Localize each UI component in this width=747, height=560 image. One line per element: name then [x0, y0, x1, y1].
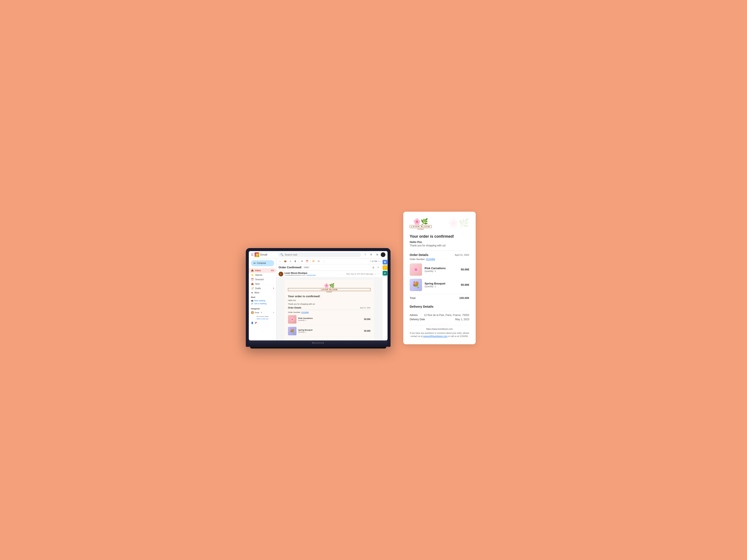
email-pagination: 7 of 785 ‹ › [370, 260, 380, 262]
join-icon: 🔗 [251, 302, 253, 305]
order-number-link[interactable]: #123456 [301, 311, 309, 313]
google-meet-icon[interactable]: M [383, 271, 387, 275]
help-icon[interactable]: ? [363, 252, 367, 257]
join-meeting-item[interactable]: 🔗 Join a meeting [251, 302, 274, 305]
card-logo-brand-box: LOVER BLOOM [410, 225, 432, 228]
hangouts-pin-icon[interactable]: 📌 [254, 322, 257, 324]
sender-avatar: L [279, 272, 283, 276]
mark-unread-icon[interactable]: ✉ [300, 259, 304, 263]
card-item-price-1: 50.00€ [461, 268, 469, 271]
more-options-icon[interactable]: ⋮ [322, 259, 326, 263]
back-arrow-icon[interactable]: ← [278, 259, 282, 263]
search-input[interactable] [285, 254, 359, 256]
email-brand-sub: boutique [288, 291, 370, 293]
compose-plus-icon: ✏ [254, 262, 256, 265]
card-item-2: 💐 Spring Bouquet Quantity: 1 50.00€ [410, 279, 469, 291]
laptop-foot [250, 347, 386, 348]
card-brand-sub: boutique [417, 228, 424, 230]
print-icon[interactable]: 🖨 [371, 266, 375, 269]
sidebar-item-inbox[interactable]: 📥 Inbox 311 [249, 268, 276, 273]
gmail-main: ✏ Compose 📥 Inbox 311 ⭐ Starred [249, 259, 388, 341]
gmail-logo-area: ☰ M Gmail [251, 252, 277, 257]
google-tasks-icon[interactable]: ✓ [383, 265, 387, 270]
order-details-title: Order Details [288, 306, 301, 309]
order-number: Order Number: #123456 [288, 311, 370, 313]
sidebar-item-snoozed[interactable]: ⏰ Snoozed [249, 277, 276, 282]
email-subject: Order Confirmed! [279, 266, 302, 269]
hangouts-avatar: D [251, 311, 254, 314]
email-logo: 🌸🌿 LOVER BLOOM boutique [288, 283, 370, 293]
order-item-2: 💐 Spring Bouquet Quantity: 1 50.00€ [288, 327, 370, 337]
next-email-icon[interactable]: › [380, 260, 380, 262]
hangouts-dropdown-icon[interactable]: ▼ [260, 312, 262, 314]
google-calendar-icon[interactable]: ▦ [383, 260, 387, 264]
compose-button[interactable]: ✏ Compose [251, 260, 274, 266]
card-item-info-2: Spring Bouquet Quantity: 1 [424, 282, 458, 288]
new-meeting-item[interactable]: 📹 New meeting [251, 299, 274, 302]
laptop-brand-label: Macbook [312, 342, 325, 344]
archive-icon[interactable]: 📦 [283, 259, 287, 263]
hangouts-add-icon[interactable]: + [273, 312, 274, 314]
sender-name: Lover Bloom Boutique [285, 272, 316, 274]
card-order-date: April 21, 2022 [455, 254, 469, 256]
snooze-icon[interactable]: ⏰ [305, 259, 309, 263]
hamburger-icon[interactable]: ☰ [251, 253, 254, 257]
card-item-name-1: Pink Carnations [424, 267, 458, 270]
search-icon: 🔍 [280, 253, 283, 256]
card-greeting: Hello Pol, [410, 240, 469, 244]
email-heading: Your order is confirmed! [288, 295, 370, 298]
sidebar-item-starred[interactable]: ⭐ Starred [249, 273, 276, 277]
unsubscribe-link[interactable]: Unsubscribe [306, 274, 316, 276]
sidebar-item-sent[interactable]: 📤 Sent [249, 282, 276, 286]
apps-icon[interactable]: ⊞ [375, 252, 380, 257]
toolbar-sep-1 [299, 260, 299, 263]
gmail-right-panel: ▦ ✓ M [382, 259, 388, 341]
prev-email-icon[interactable]: ‹ [378, 260, 379, 262]
hangouts-person-icon[interactable]: 👤 [251, 322, 254, 324]
gmail-search-bar[interactable]: 🔍 [278, 252, 361, 257]
sent-icon: 📤 [251, 283, 254, 285]
card-footer-url: https://www.loverbloom.com [410, 328, 469, 330]
hangouts-section: Hangouts D Duse ▼ + No recent chats Star… [249, 306, 276, 325]
card-order-number-link[interactable]: #123456 [426, 258, 435, 261]
report-spam-icon[interactable]: ⚠ [288, 259, 292, 263]
card-divider-2 [410, 311, 469, 311]
logo-flower-icon: 🌸🌿 [288, 283, 370, 288]
start-new-chat-link[interactable]: Start a new one [252, 318, 273, 320]
card-logo-section: 🌸🌿 LOVER BLOOM boutique 🌸🌿 [410, 218, 469, 230]
hangouts-username: Duse [255, 312, 259, 314]
card-thanks: Thank you for shopping with us! [410, 244, 469, 247]
card-total-row: Total 100.00€ [410, 294, 469, 302]
email-brand-name: LOVER BLOOM [288, 288, 370, 291]
total-amount: 100.00€ [459, 296, 469, 299]
order-card: 🌸🌿 LOVER BLOOM boutique 🌸🌿 Your order is… [403, 212, 475, 344]
card-order-header: Order Details April 21, 2022 [410, 253, 469, 257]
sidebar-item-more[interactable]: ▼ More [249, 291, 276, 295]
label-icon[interactable]: 🏷 [317, 259, 321, 263]
settings-icon[interactable]: ⚙ [369, 252, 374, 257]
item-qty-1: Quantity: 1 [298, 319, 362, 321]
total-label: Total [410, 296, 415, 299]
order-details-header: Order Details April 21, 2022 [288, 306, 370, 310]
email-greeting: Hello Pol, [288, 299, 370, 302]
card-item-info-1: Pink Carnations Quantity: 1 [424, 267, 458, 272]
item-qty-2: Quantity: 1 [298, 331, 362, 333]
sidebar-item-drafts[interactable]: 📝 Drafts 1 [249, 286, 276, 291]
card-footer: https://www.loverbloom.com If you have a… [410, 325, 469, 338]
user-avatar[interactable] [381, 252, 385, 257]
gmail-content: ← 📦 ⚠ 🗑 ✉ ⏰ 📂 🏷 ⋮ 7 of [277, 259, 382, 341]
sender-info: Lover Bloom Boutique <contact@loverbloom… [285, 272, 316, 276]
email-card: 🌸🌿 LOVER BLOOM boutique Your order is co… [285, 279, 374, 341]
gmail-logo: M [255, 252, 259, 257]
hangouts-title: Hangouts [251, 308, 274, 310]
scene: ☰ M Gmail 🔍 ? ⚙ ⊞ [246, 212, 501, 348]
move-to-icon[interactable]: 📂 [312, 259, 316, 263]
new-window-icon[interactable]: ↗ [376, 266, 380, 269]
email-more-icon[interactable]: ⋮ [378, 273, 380, 275]
delete-icon[interactable]: 🗑 [293, 259, 297, 263]
card-delivery-address-row: Adress 12 Rue de la Paix, Paris, France,… [410, 314, 469, 317]
star-icon[interactable]: ☆ [375, 273, 377, 275]
card-delivery-date-label: Delivery Date [410, 318, 425, 321]
card-footer-email-link[interactable]: support@loverbloom.com [423, 335, 447, 338]
card-logo-img: 🌸🌿 LOVER BLOOM boutique [410, 218, 432, 230]
